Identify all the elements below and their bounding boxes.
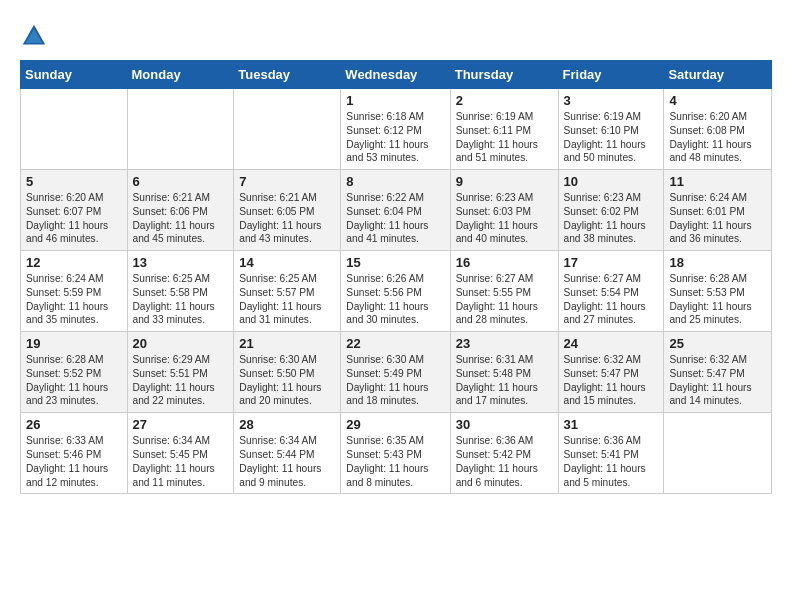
- day-of-week-header: Tuesday: [234, 61, 341, 89]
- day-number: 24: [564, 336, 659, 351]
- day-number: 20: [133, 336, 229, 351]
- day-number: 28: [239, 417, 335, 432]
- calendar-cell: 16Sunrise: 6:27 AM Sunset: 5:55 PM Dayli…: [450, 251, 558, 332]
- day-number: 17: [564, 255, 659, 270]
- calendar-cell: 24Sunrise: 6:32 AM Sunset: 5:47 PM Dayli…: [558, 332, 664, 413]
- day-number: 25: [669, 336, 766, 351]
- day-info: Sunrise: 6:23 AM Sunset: 6:03 PM Dayligh…: [456, 191, 553, 246]
- day-info: Sunrise: 6:21 AM Sunset: 6:05 PM Dayligh…: [239, 191, 335, 246]
- calendar-header-row: SundayMondayTuesdayWednesdayThursdayFrid…: [21, 61, 772, 89]
- day-number: 2: [456, 93, 553, 108]
- day-number: 16: [456, 255, 553, 270]
- day-info: Sunrise: 6:19 AM Sunset: 6:11 PM Dayligh…: [456, 110, 553, 165]
- day-info: Sunrise: 6:36 AM Sunset: 5:41 PM Dayligh…: [564, 434, 659, 489]
- page: SundayMondayTuesdayWednesdayThursdayFrid…: [0, 0, 792, 512]
- calendar-cell: 10Sunrise: 6:23 AM Sunset: 6:02 PM Dayli…: [558, 170, 664, 251]
- day-info: Sunrise: 6:35 AM Sunset: 5:43 PM Dayligh…: [346, 434, 444, 489]
- calendar-cell: 23Sunrise: 6:31 AM Sunset: 5:48 PM Dayli…: [450, 332, 558, 413]
- calendar-cell: 12Sunrise: 6:24 AM Sunset: 5:59 PM Dayli…: [21, 251, 128, 332]
- day-number: 11: [669, 174, 766, 189]
- calendar-cell: 31Sunrise: 6:36 AM Sunset: 5:41 PM Dayli…: [558, 413, 664, 494]
- day-of-week-header: Sunday: [21, 61, 128, 89]
- day-number: 23: [456, 336, 553, 351]
- calendar-cell: 19Sunrise: 6:28 AM Sunset: 5:52 PM Dayli…: [21, 332, 128, 413]
- calendar-cell: 26Sunrise: 6:33 AM Sunset: 5:46 PM Dayli…: [21, 413, 128, 494]
- day-info: Sunrise: 6:26 AM Sunset: 5:56 PM Dayligh…: [346, 272, 444, 327]
- day-of-week-header: Thursday: [450, 61, 558, 89]
- calendar-cell: 22Sunrise: 6:30 AM Sunset: 5:49 PM Dayli…: [341, 332, 450, 413]
- calendar-cell: [127, 89, 234, 170]
- calendar: SundayMondayTuesdayWednesdayThursdayFrid…: [20, 60, 772, 494]
- day-info: Sunrise: 6:30 AM Sunset: 5:50 PM Dayligh…: [239, 353, 335, 408]
- day-number: 21: [239, 336, 335, 351]
- calendar-cell: 2Sunrise: 6:19 AM Sunset: 6:11 PM Daylig…: [450, 89, 558, 170]
- day-info: Sunrise: 6:19 AM Sunset: 6:10 PM Dayligh…: [564, 110, 659, 165]
- day-info: Sunrise: 6:25 AM Sunset: 5:58 PM Dayligh…: [133, 272, 229, 327]
- day-info: Sunrise: 6:27 AM Sunset: 5:55 PM Dayligh…: [456, 272, 553, 327]
- day-info: Sunrise: 6:18 AM Sunset: 6:12 PM Dayligh…: [346, 110, 444, 165]
- day-number: 30: [456, 417, 553, 432]
- day-number: 5: [26, 174, 122, 189]
- day-number: 14: [239, 255, 335, 270]
- calendar-cell: [664, 413, 772, 494]
- calendar-cell: 9Sunrise: 6:23 AM Sunset: 6:03 PM Daylig…: [450, 170, 558, 251]
- day-of-week-header: Monday: [127, 61, 234, 89]
- calendar-cell: 18Sunrise: 6:28 AM Sunset: 5:53 PM Dayli…: [664, 251, 772, 332]
- day-of-week-header: Friday: [558, 61, 664, 89]
- day-number: 6: [133, 174, 229, 189]
- calendar-week-row: 1Sunrise: 6:18 AM Sunset: 6:12 PM Daylig…: [21, 89, 772, 170]
- day-number: 26: [26, 417, 122, 432]
- day-number: 22: [346, 336, 444, 351]
- calendar-week-row: 19Sunrise: 6:28 AM Sunset: 5:52 PM Dayli…: [21, 332, 772, 413]
- day-number: 15: [346, 255, 444, 270]
- day-info: Sunrise: 6:28 AM Sunset: 5:53 PM Dayligh…: [669, 272, 766, 327]
- day-number: 13: [133, 255, 229, 270]
- day-info: Sunrise: 6:33 AM Sunset: 5:46 PM Dayligh…: [26, 434, 122, 489]
- header: [20, 18, 772, 50]
- day-info: Sunrise: 6:29 AM Sunset: 5:51 PM Dayligh…: [133, 353, 229, 408]
- calendar-week-row: 26Sunrise: 6:33 AM Sunset: 5:46 PM Dayli…: [21, 413, 772, 494]
- day-of-week-header: Wednesday: [341, 61, 450, 89]
- calendar-cell: [21, 89, 128, 170]
- day-number: 31: [564, 417, 659, 432]
- calendar-cell: 8Sunrise: 6:22 AM Sunset: 6:04 PM Daylig…: [341, 170, 450, 251]
- day-info: Sunrise: 6:25 AM Sunset: 5:57 PM Dayligh…: [239, 272, 335, 327]
- calendar-cell: 15Sunrise: 6:26 AM Sunset: 5:56 PM Dayli…: [341, 251, 450, 332]
- calendar-cell: 7Sunrise: 6:21 AM Sunset: 6:05 PM Daylig…: [234, 170, 341, 251]
- day-of-week-header: Saturday: [664, 61, 772, 89]
- day-info: Sunrise: 6:22 AM Sunset: 6:04 PM Dayligh…: [346, 191, 444, 246]
- calendar-cell: [234, 89, 341, 170]
- calendar-cell: 11Sunrise: 6:24 AM Sunset: 6:01 PM Dayli…: [664, 170, 772, 251]
- day-info: Sunrise: 6:34 AM Sunset: 5:45 PM Dayligh…: [133, 434, 229, 489]
- calendar-cell: 3Sunrise: 6:19 AM Sunset: 6:10 PM Daylig…: [558, 89, 664, 170]
- calendar-cell: 13Sunrise: 6:25 AM Sunset: 5:58 PM Dayli…: [127, 251, 234, 332]
- day-number: 29: [346, 417, 444, 432]
- day-info: Sunrise: 6:32 AM Sunset: 5:47 PM Dayligh…: [669, 353, 766, 408]
- day-number: 18: [669, 255, 766, 270]
- day-info: Sunrise: 6:24 AM Sunset: 6:01 PM Dayligh…: [669, 191, 766, 246]
- day-number: 8: [346, 174, 444, 189]
- day-info: Sunrise: 6:32 AM Sunset: 5:47 PM Dayligh…: [564, 353, 659, 408]
- logo-icon: [20, 22, 48, 50]
- calendar-cell: 14Sunrise: 6:25 AM Sunset: 5:57 PM Dayli…: [234, 251, 341, 332]
- day-number: 9: [456, 174, 553, 189]
- day-number: 4: [669, 93, 766, 108]
- calendar-cell: 5Sunrise: 6:20 AM Sunset: 6:07 PM Daylig…: [21, 170, 128, 251]
- calendar-cell: 30Sunrise: 6:36 AM Sunset: 5:42 PM Dayli…: [450, 413, 558, 494]
- day-info: Sunrise: 6:27 AM Sunset: 5:54 PM Dayligh…: [564, 272, 659, 327]
- calendar-cell: 27Sunrise: 6:34 AM Sunset: 5:45 PM Dayli…: [127, 413, 234, 494]
- day-info: Sunrise: 6:31 AM Sunset: 5:48 PM Dayligh…: [456, 353, 553, 408]
- calendar-week-row: 5Sunrise: 6:20 AM Sunset: 6:07 PM Daylig…: [21, 170, 772, 251]
- calendar-cell: 28Sunrise: 6:34 AM Sunset: 5:44 PM Dayli…: [234, 413, 341, 494]
- calendar-cell: 1Sunrise: 6:18 AM Sunset: 6:12 PM Daylig…: [341, 89, 450, 170]
- calendar-cell: 25Sunrise: 6:32 AM Sunset: 5:47 PM Dayli…: [664, 332, 772, 413]
- day-info: Sunrise: 6:20 AM Sunset: 6:08 PM Dayligh…: [669, 110, 766, 165]
- calendar-cell: 4Sunrise: 6:20 AM Sunset: 6:08 PM Daylig…: [664, 89, 772, 170]
- day-number: 27: [133, 417, 229, 432]
- day-number: 10: [564, 174, 659, 189]
- calendar-cell: 6Sunrise: 6:21 AM Sunset: 6:06 PM Daylig…: [127, 170, 234, 251]
- calendar-cell: 17Sunrise: 6:27 AM Sunset: 5:54 PM Dayli…: [558, 251, 664, 332]
- day-info: Sunrise: 6:23 AM Sunset: 6:02 PM Dayligh…: [564, 191, 659, 246]
- day-number: 19: [26, 336, 122, 351]
- calendar-cell: 20Sunrise: 6:29 AM Sunset: 5:51 PM Dayli…: [127, 332, 234, 413]
